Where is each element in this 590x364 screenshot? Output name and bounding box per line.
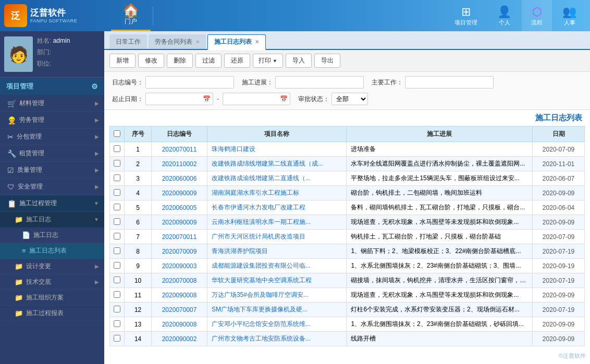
filter-button[interactable]: 过滤 <box>195 54 222 68</box>
row-checkbox[interactable] <box>110 142 125 157</box>
row-project[interactable]: 华软大厦研究基地中央空调系统工程 <box>207 273 347 288</box>
export-button[interactable]: 导出 <box>314 54 340 68</box>
table-row[interactable]: 12 2020070007 SM广场地下车库更换摄像机及硬... 灯柱6个安装完… <box>110 303 585 317</box>
row-checkbox[interactable] <box>110 259 125 273</box>
edit-button[interactable]: 修改 <box>138 54 164 68</box>
sidebar-item-rental[interactable]: 🔧 租赁管理 ▶ <box>0 145 104 162</box>
table-row[interactable]: 2 2020110002 改建铁路成绵线增建第二线直通线（成... 水车对全线遮… <box>110 157 585 171</box>
row-date: 2020-06-04 <box>533 200 585 215</box>
add-button[interactable]: 新增 <box>109 54 136 68</box>
sidebar-item-tech-exchange[interactable]: 📁 技术交底 ▶ <box>0 274 104 290</box>
row-checkbox[interactable] <box>110 157 125 171</box>
sidebar-item-construction-log[interactable]: 📄 施工日志 <box>0 228 104 243</box>
table-row[interactable]: 4 2020090009 湖南洞庭湖水库引水工程施工标 砌台阶，钩机排土，二包砌… <box>110 186 585 200</box>
row-log-no[interactable]: 2020090009 <box>152 215 207 230</box>
row-log-no[interactable]: 2020090008 <box>152 317 207 332</box>
row-checkbox[interactable] <box>110 303 125 317</box>
row-log-no[interactable]: 2020070011 <box>152 142 207 157</box>
sidebar-item-construction-plan[interactable]: 📁 施工组织方案 <box>0 290 104 306</box>
row-date: 2020-06-07 <box>533 171 585 186</box>
table-row[interactable]: 6 2020090009 云南水利枢纽滇明水库一期工程施... 现场巡查，无积水… <box>110 215 585 230</box>
tab-construction-log-list[interactable]: 施工日志列表 ✕ <box>207 34 266 50</box>
table-row[interactable]: 10 2020070008 华软大厦研究基地中央空调系统工程 砌接墙，抹间墙灰，… <box>110 273 585 288</box>
import-button[interactable]: 导入 <box>286 54 312 68</box>
restore-button[interactable]: 还原 <box>224 54 250 68</box>
row-log-no[interactable]: 2020070007 <box>152 303 207 317</box>
tab-labor-contract[interactable]: 劳务合同列表 ✕ <box>149 34 206 49</box>
progress-input[interactable] <box>275 76 364 89</box>
log-number-input[interactable] <box>145 76 234 89</box>
tab-close-icon[interactable]: ✕ <box>255 39 259 45</box>
table-row[interactable]: 9 2020090003 成都能源建设集团投资有限公司临... 1、水系北侧围墙… <box>110 259 585 273</box>
row-log-no[interactable]: 2020060005 <box>152 200 207 215</box>
table-row[interactable]: 14 2020090002 广州市文物考古工地安防系统设备... 线路开槽 20… <box>110 332 585 346</box>
row-log-no[interactable]: 2020090003 <box>152 259 207 273</box>
nav-project-mgmt[interactable]: ⊞ 项目管理 <box>445 0 487 31</box>
row-checkbox[interactable] <box>110 273 125 288</box>
row-project[interactable]: SM广场地下车库更换摄像机及硬... <box>207 303 347 317</box>
row-project[interactable]: 广安邓小平纪念馆安全防范系统维... <box>207 317 347 332</box>
sidebar-item-quality[interactable]: ☑ 质量管理 ▶ <box>0 162 104 179</box>
row-log-no[interactable]: 2020070011 <box>152 230 207 244</box>
row-project[interactable]: 改建铁路成渝线增建第二直通线（... <box>207 171 347 186</box>
row-project[interactable]: 改建铁路成绵线增建第二线直通线（成... <box>207 157 347 171</box>
row-log-no[interactable]: 2020090008 <box>152 288 207 303</box>
print-button[interactable]: 打印 ▼ <box>253 54 283 68</box>
row-project[interactable]: 云南水利枢纽滇明水库一期工程施... <box>207 215 347 230</box>
row-checkbox[interactable] <box>110 200 125 215</box>
row-project[interactable]: 青海洪湖养护院项目 <box>207 244 347 259</box>
table-row[interactable]: 7 2020070011 广州市天河区统计局机房改造项目 钩机排土，瓦工砌台阶，… <box>110 230 585 244</box>
table-row[interactable]: 13 2020090008 广安邓小平纪念馆安全防范系统维... 1、水系北侧围… <box>110 317 585 332</box>
nav-hr[interactable]: 👥 人事 <box>553 0 586 31</box>
sidebar-item-construction-process[interactable]: 📋 施工过程管理 ▼ <box>0 195 104 212</box>
sidebar-section-title[interactable]: 项目管理 ⚙ <box>0 78 104 95</box>
row-project[interactable]: 珠海鹤港口建设 <box>207 142 347 157</box>
calendar-to-icon[interactable]: 📅 <box>280 95 288 103</box>
select-all-checkbox[interactable] <box>114 130 120 137</box>
row-log-no[interactable]: 2020070008 <box>152 273 207 288</box>
row-checkbox[interactable] <box>110 215 125 230</box>
row-project[interactable]: 万达广场35#会所及咖啡厅空调安... <box>207 288 347 303</box>
table-row[interactable]: 3 2020060006 改建铁路成渝线增建第二直通线（... 平整场地，拉走多… <box>110 171 585 186</box>
table-row[interactable]: 1 2020070011 珠海鹤港口建设 进场准备 2020-07-09 <box>110 142 585 157</box>
sidebar-item-subcontract[interactable]: ✂ 分包管理 ▶ <box>0 129 104 145</box>
row-checkbox[interactable] <box>110 332 125 346</box>
tab-close-icon[interactable]: ✕ <box>195 39 200 45</box>
gear-icon[interactable]: ⚙ <box>91 82 98 91</box>
row-checkbox[interactable] <box>110 230 125 244</box>
table-row[interactable]: 8 2020070009 青海洪湖养护院项目 1、钢筋下料；2、地梁模板校正；3… <box>110 244 585 259</box>
row-checkbox[interactable] <box>110 171 125 186</box>
row-checkbox[interactable] <box>110 244 125 259</box>
tab-daily-work[interactable]: 日常工作 <box>109 34 147 49</box>
sidebar-item-design-change[interactable]: 📁 设计变更 ▶ <box>0 259 104 274</box>
table-row[interactable]: 5 2020060005 长春市伊通河水力发电厂改建工程 备料，砌间墙钩机排土，… <box>110 200 585 215</box>
row-project[interactable]: 成都能源建设集团投资有限公司临... <box>207 259 347 273</box>
sidebar-item-construction-report[interactable]: 📁 施工过程报表 <box>0 306 104 321</box>
row-project[interactable]: 湖南洞庭湖水库引水工程施工标 <box>207 186 347 200</box>
row-log-no[interactable]: 2020070009 <box>152 244 207 259</box>
row-log-no[interactable]: 2020110002 <box>152 157 207 171</box>
row-checkbox[interactable] <box>110 186 125 200</box>
sidebar-item-construction-log-group[interactable]: 📁 施工日志 ▼ <box>0 212 104 228</box>
row-project[interactable]: 长春市伊通河水力发电厂改建工程 <box>207 200 347 215</box>
nav-person[interactable]: 👤 个人 <box>488 0 521 31</box>
row-project[interactable]: 广州市天河区统计局机房改造项目 <box>207 230 347 244</box>
row-progress: 现场巡查，无积水现象，水马围壁等未发现损坏和吹倒现象... <box>347 215 533 230</box>
table-row[interactable]: 11 2020090008 万达广场35#会所及咖啡厅空调安... 现场巡查，无… <box>110 288 585 303</box>
row-checkbox[interactable] <box>110 288 125 303</box>
sidebar-item-materials[interactable]: 🛒 材料管理 ▶ <box>0 95 104 112</box>
home-nav[interactable]: 🏠 门户 <box>111 0 151 31</box>
nav-workflow[interactable]: ⬡ 流程 <box>522 0 552 31</box>
calendar-from-icon[interactable]: 📅 <box>203 95 211 103</box>
row-log-no[interactable]: 2020090009 <box>152 186 207 200</box>
row-log-no[interactable]: 2020090002 <box>152 332 207 346</box>
main-work-input[interactable] <box>405 76 494 89</box>
row-project[interactable]: 广州市文物考古工地安防系统设备... <box>207 332 347 346</box>
approval-status-select[interactable]: 全部 待审批 已审批 已驳回 <box>331 93 368 105</box>
sidebar-item-safety[interactable]: 🛡 安全管理 ▶ <box>0 179 104 195</box>
delete-button[interactable]: 删除 <box>167 54 193 68</box>
sidebar-item-labor[interactable]: 👷 劳务管理 ▶ <box>0 112 104 129</box>
row-log-no[interactable]: 2020060006 <box>152 171 207 186</box>
row-checkbox[interactable] <box>110 317 125 332</box>
sidebar-item-construction-log-list[interactable]: ≡ 施工日志列表 <box>0 243 104 259</box>
